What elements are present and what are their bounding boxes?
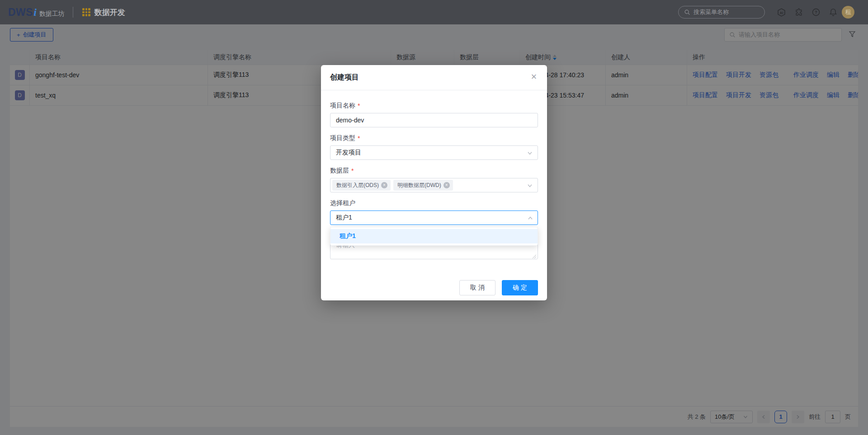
header-divider [73, 7, 73, 18]
cancel-button[interactable]: 取 消 [459, 280, 495, 295]
layer-tag: 数据引入层(ODS) × [332, 180, 391, 191]
app-header: DWSi 数据工坊 数据开发 搜索菜单名称 AI ? 租 [0, 0, 868, 24]
tenant-option-selected[interactable]: 租户1 [330, 229, 538, 243]
ai-assistant-icon[interactable]: AI [777, 8, 786, 17]
apps-grid-icon[interactable] [82, 8, 90, 16]
svg-text:AI: AI [780, 10, 783, 14]
brand-i-glyph: i [33, 6, 37, 19]
search-icon [684, 9, 690, 15]
modal-title: 创建项目 [330, 73, 359, 82]
close-icon[interactable]: × [528, 71, 540, 83]
layer-tag: 明细数据层(DWD) × [393, 180, 453, 191]
create-project-modal: 创建项目 × 项目名称 * 项目类型 * 开发项目 数据层 * [321, 65, 547, 300]
project-name-input[interactable] [330, 113, 538, 127]
brand-product-name: 数据工坊 [39, 10, 65, 18]
required-mark: * [351, 167, 354, 174]
notification-bell-icon[interactable] [828, 8, 838, 17]
chevron-down-icon [527, 150, 533, 156]
brand-logo: DWSi 数据工坊 [8, 6, 65, 19]
required-mark: * [358, 135, 360, 142]
tag-close-icon[interactable]: × [443, 182, 450, 188]
user-avatar[interactable]: 租 [842, 6, 854, 19]
field-tenant: 选择租户 租户1 [330, 199, 538, 225]
menu-search-placeholder: 搜索菜单名称 [693, 8, 729, 16]
brand-text: DWS [8, 6, 33, 19]
tenant-dropdown-panel: 租户1 [330, 227, 538, 246]
field-project-type: 项目类型 * 开发项目 [330, 134, 538, 160]
help-icon[interactable]: ? [811, 8, 821, 17]
data-layer-multiselect[interactable]: 数据引入层(ODS) × 明细数据层(DWD) × [330, 178, 538, 192]
tag-close-icon[interactable]: × [381, 182, 387, 188]
menu-search-input[interactable]: 搜索菜单名称 [678, 6, 765, 19]
field-data-layer: 数据层 * 数据引入层(ODS) × 明细数据层(DWD) × [330, 166, 538, 192]
project-type-select[interactable]: 开发项目 [330, 145, 538, 160]
field-project-name: 项目名称 * [330, 101, 538, 127]
chevron-down-icon [527, 182, 533, 189]
plugin-icon[interactable] [794, 8, 803, 17]
confirm-button[interactable]: 确 定 [502, 280, 538, 295]
required-mark: * [358, 102, 360, 109]
tenant-select-input[interactable] [330, 210, 538, 225]
svg-text:?: ? [815, 10, 817, 14]
module-title: 数据开发 [94, 7, 125, 18]
